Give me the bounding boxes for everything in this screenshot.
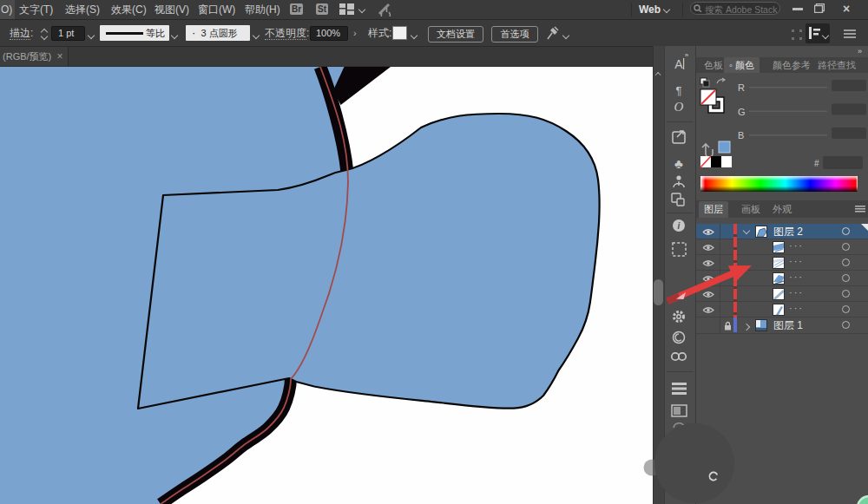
svg-text:G: G xyxy=(738,107,746,117)
svg-text:R: R xyxy=(738,82,745,93)
svg-text:»: » xyxy=(685,51,689,59)
svg-text:O: O xyxy=(674,100,684,114)
svg-text:#: # xyxy=(814,159,819,168)
svg-text:A: A xyxy=(674,57,683,71)
svg-text:i: i xyxy=(678,221,681,231)
svg-text:♣: ♣ xyxy=(674,156,683,171)
svg-text:B: B xyxy=(738,130,744,141)
svg-text:¶: ¶ xyxy=(676,84,682,97)
